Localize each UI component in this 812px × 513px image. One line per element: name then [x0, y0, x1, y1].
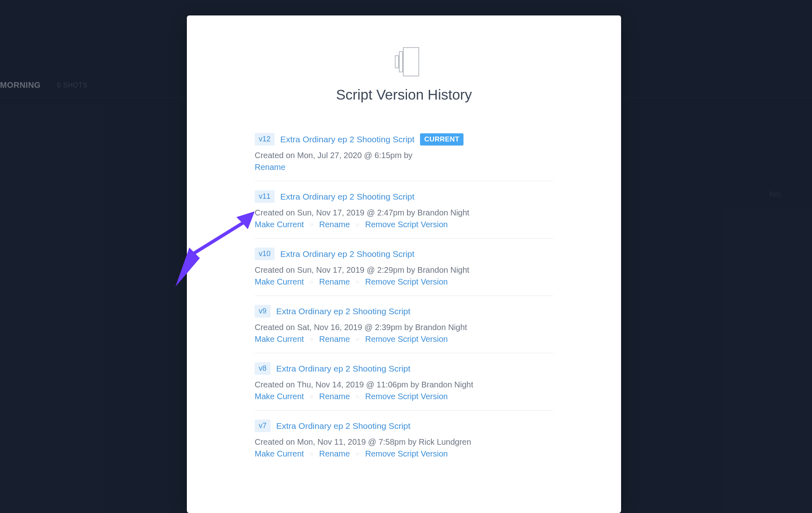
separator: ○ [356, 221, 359, 228]
version-meta: Created on Sun, Nov 17, 2019 @ 2:47pm by… [255, 208, 553, 217]
version-meta: Created on Mon, Jul 27, 2020 @ 6:15pm by [255, 151, 553, 160]
version-tag: v12 [255, 133, 275, 146]
version-title-link[interactable]: Extra Ordinary ep 2 Shooting Script [280, 192, 414, 202]
separator: ○ [356, 450, 359, 457]
stacked-pages-icon [234, 46, 574, 78]
separator: ○ [310, 278, 313, 285]
version-meta: Created on Sat, Nov 16, 2019 @ 2:39pm by… [255, 323, 553, 332]
rename-link[interactable]: Rename [319, 277, 350, 286]
rename-link[interactable]: Rename [319, 392, 350, 401]
version-actions: Make Current ○ Rename ○ Remove Script Ve… [255, 449, 553, 459]
version-tag: v8 [255, 362, 271, 375]
remove-version-link[interactable]: Remove Script Version [365, 277, 448, 286]
remove-version-link[interactable]: Remove Script Version [365, 449, 448, 458]
svg-rect-1 [399, 52, 403, 72]
remove-version-link[interactable]: Remove Script Version [365, 392, 448, 401]
version-entry: v12 Extra Ordinary ep 2 Shooting Script … [255, 124, 553, 181]
separator: ○ [310, 221, 313, 228]
version-meta: Created on Thu, Nov 14, 2019 @ 11:06pm b… [255, 380, 553, 389]
version-actions: Make Current ○ Rename ○ Remove Script Ve… [255, 392, 553, 401]
version-meta: Created on Sun, Nov 17, 2019 @ 2:29pm by… [255, 265, 553, 275]
separator: ○ [310, 393, 313, 400]
current-badge: CURRENT [420, 133, 463, 146]
svg-rect-2 [395, 56, 398, 68]
version-entry: v7 Extra Ordinary ep 2 Shooting Script C… [255, 411, 553, 467]
version-actions: Rename [255, 163, 553, 172]
version-actions: Make Current ○ Rename ○ Remove Script Ve… [255, 220, 553, 229]
version-title-link[interactable]: Extra Ordinary ep 2 Shooting Script [276, 421, 410, 431]
separator: ○ [356, 393, 359, 400]
separator: ○ [356, 278, 359, 285]
rename-link[interactable]: Rename [319, 335, 350, 343]
make-current-link[interactable]: Make Current [255, 335, 304, 343]
remove-version-link[interactable]: Remove Script Version [365, 335, 448, 343]
version-title-link[interactable]: Extra Ordinary ep 2 Shooting Script [280, 249, 414, 259]
version-tag: v7 [255, 420, 271, 432]
version-entry: v11 Extra Ordinary ep 2 Shooting Script … [255, 181, 553, 239]
version-list: v12 Extra Ordinary ep 2 Shooting Script … [234, 124, 574, 467]
version-title-link[interactable]: Extra Ordinary ep 2 Shooting Script [276, 306, 410, 316]
version-actions: Make Current ○ Rename ○ Remove Script Ve… [255, 277, 553, 287]
make-current-link[interactable]: Make Current [255, 277, 304, 286]
version-tag: v11 [255, 190, 275, 203]
version-actions: Make Current ○ Rename ○ Remove Script Ve… [255, 335, 553, 344]
make-current-link[interactable]: Make Current [255, 392, 304, 401]
version-tag: v9 [255, 305, 271, 317]
version-entry: v8 Extra Ordinary ep 2 Shooting Script C… [255, 353, 553, 411]
version-tag: v10 [255, 248, 275, 260]
rename-link[interactable]: Rename [319, 220, 350, 229]
make-current-link[interactable]: Make Current [255, 449, 304, 458]
remove-version-link[interactable]: Remove Script Version [365, 220, 448, 229]
rename-link[interactable]: Rename [255, 163, 286, 172]
version-entry: v9 Extra Ordinary ep 2 Shooting Script C… [255, 296, 553, 353]
make-current-link[interactable]: Make Current [255, 220, 304, 229]
version-title-link[interactable]: Extra Ordinary ep 2 Shooting Script [280, 135, 414, 144]
version-entry: v10 Extra Ordinary ep 2 Shooting Script … [255, 239, 553, 296]
separator: ○ [310, 450, 313, 457]
version-meta: Created on Mon, Nov 11, 2019 @ 7:58pm by… [255, 437, 553, 447]
version-title-link[interactable]: Extra Ordinary ep 2 Shooting Script [276, 364, 410, 374]
separator: ○ [356, 336, 359, 342]
script-version-history-modal: Script Version History v12 Extra Ordinar… [187, 15, 621, 513]
modal-title: Script Version History [234, 87, 574, 103]
separator: ○ [310, 336, 313, 342]
svg-rect-0 [403, 48, 419, 76]
rename-link[interactable]: Rename [319, 449, 350, 458]
